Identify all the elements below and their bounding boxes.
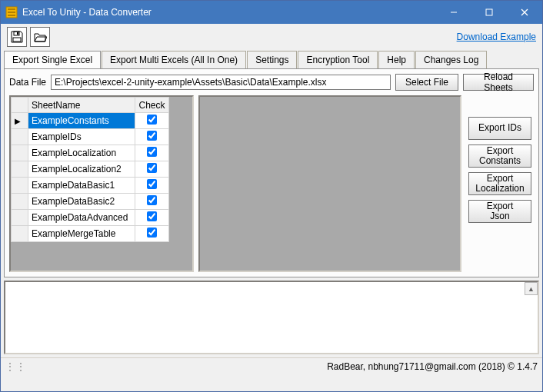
- svg-rect-3: [8, 15, 15, 16]
- close-button[interactable]: [507, 1, 542, 24]
- table-row[interactable]: ExampleDataBasic2: [12, 194, 169, 210]
- row-header[interactable]: [12, 178, 28, 194]
- tab-settings[interactable]: Settings: [247, 51, 297, 68]
- scroll-up-icon[interactable]: ▲: [525, 282, 538, 295]
- data-file-label: Data File: [9, 77, 46, 88]
- tab-changes-log[interactable]: Changes Log: [415, 51, 487, 68]
- table-row[interactable]: ExampleLocalization2: [12, 161, 169, 178]
- sheet-name-cell[interactable]: ExampleLocalization: [28, 145, 135, 161]
- main-window: Excel To Unity - Data Converter Download…: [0, 0, 543, 392]
- check-cell[interactable]: [135, 226, 169, 242]
- sheet-name-cell[interactable]: ExampleDataBasic1: [28, 178, 135, 194]
- statusbar-grip-icon: ⋮⋮: [5, 361, 27, 372]
- check-cell[interactable]: [135, 178, 169, 194]
- table-row[interactable]: ExampleLocalization: [12, 145, 169, 161]
- export-json-button[interactable]: Export Json: [468, 200, 531, 223]
- open-button[interactable]: [30, 27, 50, 47]
- tab-strip: Export Single Excel Export Multi Excels …: [1, 50, 542, 68]
- row-header[interactable]: [12, 145, 28, 161]
- sheet-name-cell[interactable]: ExampleLocalization2: [28, 161, 135, 178]
- row-header[interactable]: [12, 161, 28, 178]
- folder-open-icon: [33, 30, 47, 44]
- row-header[interactable]: ▶: [12, 113, 28, 129]
- check-cell[interactable]: [135, 161, 169, 178]
- check-cell[interactable]: [135, 113, 169, 129]
- main-area: SheetName Check ▶ExampleConstantsExample…: [9, 95, 534, 272]
- download-example-link[interactable]: Download Example: [457, 32, 536, 42]
- status-text: RadBear, nbhung71711@gmail.com (2018) © …: [27, 361, 538, 372]
- export-constants-button[interactable]: Export Constants: [468, 145, 531, 168]
- sheet-checkbox[interactable]: [147, 228, 157, 238]
- grid-corner: [12, 98, 28, 113]
- sheet-name-cell[interactable]: ExampleDataAdvanced: [28, 210, 135, 226]
- svg-rect-9: [17, 32, 18, 35]
- reload-sheets-button[interactable]: Reload Sheets: [463, 74, 534, 91]
- row-header[interactable]: [12, 226, 28, 242]
- side-buttons: Export IDs Export Constants Export Local…: [466, 95, 534, 272]
- toolbar: Download Example: [1, 24, 542, 50]
- preview-panel: [198, 95, 461, 272]
- sheet-checkbox[interactable]: [147, 131, 157, 141]
- log-textarea[interactable]: ▲: [4, 281, 539, 354]
- tab-export-multi-excels[interactable]: Export Multi Excels (All In One): [102, 51, 246, 68]
- sheet-checkbox[interactable]: [147, 179, 157, 189]
- row-header[interactable]: [12, 129, 28, 145]
- table-row[interactable]: ExampleDataBasic1: [12, 178, 169, 194]
- svg-rect-1: [8, 8, 15, 10]
- table-row[interactable]: ExampleMergeTable: [12, 226, 169, 242]
- sheet-name-cell[interactable]: ExampleConstants: [28, 113, 135, 129]
- select-file-button[interactable]: Select File: [395, 74, 458, 91]
- svg-rect-2: [8, 12, 15, 13]
- maximize-button[interactable]: [471, 1, 507, 24]
- tab-export-single-excel[interactable]: Export Single Excel: [4, 51, 101, 68]
- sheet-checkbox[interactable]: [147, 211, 157, 221]
- save-button[interactable]: [7, 27, 27, 47]
- row-header[interactable]: [12, 194, 28, 210]
- table-row[interactable]: ▶ExampleConstants: [12, 113, 169, 129]
- svg-rect-10: [13, 38, 21, 42]
- sheet-name-cell[interactable]: ExampleMergeTable: [28, 226, 135, 242]
- tab-help[interactable]: Help: [378, 51, 415, 68]
- export-ids-button[interactable]: Export IDs: [468, 117, 531, 140]
- table-row[interactable]: ExampleIDs: [12, 129, 169, 145]
- table-row[interactable]: ExampleDataAdvanced: [12, 210, 169, 226]
- tab-encryption-tool[interactable]: Encryption Tool: [298, 51, 378, 68]
- sheet-checkbox[interactable]: [147, 163, 157, 173]
- sheet-name-cell[interactable]: ExampleDataBasic2: [28, 194, 135, 210]
- grid-col-check[interactable]: Check: [135, 98, 169, 113]
- sheet-checkbox[interactable]: [147, 147, 157, 157]
- row-header[interactable]: [12, 210, 28, 226]
- check-cell[interactable]: [135, 129, 169, 145]
- svg-rect-5: [486, 9, 492, 15]
- floppy-disk-icon: [10, 30, 24, 44]
- export-localization-button[interactable]: Export Localization: [468, 172, 531, 195]
- check-cell[interactable]: [135, 210, 169, 226]
- app-icon: [5, 6, 18, 18]
- sheet-checkbox[interactable]: [147, 195, 157, 205]
- grid-col-sheetname[interactable]: SheetName: [28, 98, 135, 113]
- check-cell[interactable]: [135, 194, 169, 210]
- sheets-grid: SheetName Check ▶ExampleConstantsExample…: [11, 97, 169, 242]
- check-cell[interactable]: [135, 145, 169, 161]
- tab-content: Data File Select File Reload Sheets Shee…: [4, 68, 539, 277]
- window-title: Excel To Unity - Data Converter: [22, 7, 436, 18]
- title-bar: Excel To Unity - Data Converter: [1, 1, 542, 24]
- sheets-grid-panel: SheetName Check ▶ExampleConstantsExample…: [9, 95, 194, 272]
- status-bar: ⋮⋮ RadBear, nbhung71711@gmail.com (2018)…: [1, 357, 542, 374]
- sheet-checkbox[interactable]: [147, 115, 157, 125]
- minimize-button[interactable]: [436, 1, 471, 24]
- data-file-row: Data File Select File Reload Sheets: [9, 74, 534, 91]
- sheet-name-cell[interactable]: ExampleIDs: [28, 129, 135, 145]
- data-file-input[interactable]: [51, 75, 391, 90]
